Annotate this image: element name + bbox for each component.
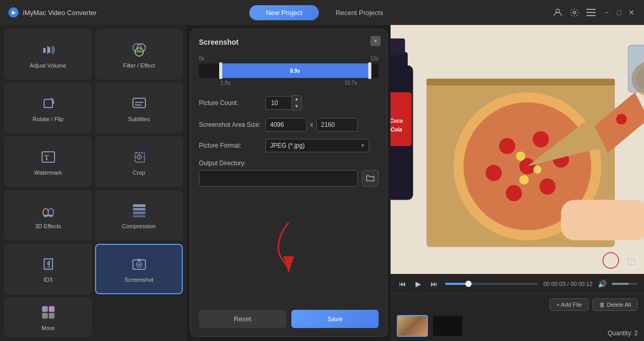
svg-point-47 [499, 138, 515, 154]
add-file-button[interactable]: + Add File [549, 298, 588, 311]
spinner-down-button[interactable]: ▼ [292, 103, 301, 110]
skip-forward-button[interactable]: ⏭ [428, 279, 440, 289]
size-height-input[interactable] [316, 118, 358, 132]
timeline-labels: 0s 12s [199, 56, 379, 61]
titlebar: ▶ iMyMac Video Converter New Project Rec… [0, 0, 644, 25]
picture-count-label: Picture Count: [199, 99, 261, 107]
size-separator: x [310, 121, 313, 128]
timeline-track[interactable]: 8.9s [199, 63, 379, 78]
settings-icon[interactable] [569, 7, 580, 18]
timeline-handle-right[interactable] [368, 62, 371, 79]
crop-icon [130, 148, 149, 166]
svg-rect-3 [586, 12, 596, 13]
thumb-black-image [433, 316, 462, 336]
tool-label-screenshot: Screenshot [125, 277, 154, 283]
screenshot-camera-button[interactable] [602, 252, 619, 269]
size-width-input[interactable] [265, 118, 307, 132]
fm-thumbnails [397, 315, 463, 337]
svg-rect-65 [628, 258, 635, 265]
timeline-end-label: 12s [370, 56, 379, 61]
svg-point-26 [47, 263, 49, 265]
menu-icon[interactable] [586, 7, 596, 18]
tool-compression[interactable]: Compression [95, 190, 183, 241]
svg-point-51 [506, 185, 522, 201]
tab-new-project[interactable]: New Project [249, 5, 319, 20]
app-title: iMyMac Video Converter [23, 9, 97, 17]
svg-point-54 [516, 151, 525, 161]
video-frame: Coca Cola [391, 25, 644, 274]
picture-count-input[interactable] [265, 96, 291, 110]
close-button[interactable]: ✕ [627, 8, 636, 17]
id3-icon [39, 255, 58, 273]
titlebar-center: New Project Recent Projects [249, 5, 400, 20]
svg-rect-23 [133, 208, 145, 211]
svg-point-50 [540, 178, 556, 194]
delete-all-button[interactable]: 🗑 Delete All [593, 298, 638, 311]
tool-rotate-flip[interactable]: Rotate / Flip [4, 83, 92, 133]
timeline-start-label: 0s [199, 56, 205, 61]
quantity-label: Quantity: 2 [608, 330, 638, 337]
tool-label-rotate: Rotate / Flip [33, 116, 63, 122]
thumb-pizza-image [398, 316, 427, 336]
svg-rect-44 [426, 79, 614, 86]
svg-point-1 [573, 11, 576, 14]
svg-rect-30 [137, 259, 141, 261]
tool-id3[interactable]: ID3 [4, 244, 92, 294]
timeline-handle-left[interactable] [219, 62, 222, 79]
svg-rect-34 [49, 313, 55, 319]
thumbnail-2[interactable] [432, 315, 463, 337]
arrow-container [199, 194, 379, 303]
progress-bar[interactable] [445, 283, 538, 285]
svg-rect-39 [391, 38, 405, 55]
titlebar-right: − □ ✕ [553, 7, 636, 18]
tool-more[interactable]: More [4, 297, 92, 337]
minimize-button[interactable]: − [602, 8, 611, 17]
volume-icon[interactable]: 🔊 [598, 280, 607, 288]
video-controls: ⏮ ▶ ⏭ 00:00:03 / 00:00:12 🔊 [391, 274, 644, 294]
timeline-range[interactable]: 8.9s [221, 63, 370, 78]
main-content: Adjust Volume Filter / Effect Rot [0, 25, 644, 341]
browse-directory-button[interactable] [362, 170, 379, 187]
svg-rect-21 [44, 215, 52, 216]
tab-recent-projects[interactable]: Recent Projects [319, 5, 400, 20]
volume-bar[interactable] [612, 283, 638, 285]
screenshot-panel-title: Screenshot [199, 38, 379, 46]
svg-rect-5 [43, 48, 46, 53]
picture-format-select[interactable]: JPEG (*.jpg) PNG (*.png) BMP (*.bmp) [265, 139, 369, 152]
user-icon[interactable] [553, 7, 563, 18]
svg-text:Coca: Coca [391, 118, 403, 124]
maximize-button[interactable]: □ [615, 8, 623, 17]
play-pause-button[interactable]: ▶ [413, 279, 423, 289]
tool-watermark[interactable]: T Watermark [4, 136, 92, 187]
svg-point-29 [138, 264, 140, 266]
skip-back-button[interactable]: ⏮ [397, 279, 408, 289]
save-button[interactable]: Save [291, 310, 379, 328]
fullscreen-button[interactable] [624, 254, 639, 269]
red-arrow-indicator [273, 222, 304, 274]
output-dir-label: Output Directory: [199, 160, 379, 167]
output-dir-input[interactable] [199, 170, 358, 187]
tool-label-3d: 3D Effects [35, 223, 61, 229]
tool-filter-effect[interactable]: Filter / Effect [95, 29, 183, 80]
tool-crop[interactable]: Crop [95, 136, 183, 187]
svg-rect-32 [49, 306, 55, 312]
screenshot-icon [130, 255, 149, 273]
time-total: 00:00:12 [570, 281, 593, 287]
svg-rect-15 [135, 153, 144, 162]
picture-format-label: Picture Format: [199, 142, 261, 149]
video-preview: Coca Cola [391, 25, 644, 274]
tool-label-watermark: Watermark [34, 169, 62, 176]
tool-screenshot[interactable]: Screenshot [95, 244, 183, 294]
reset-button[interactable]: Reset [199, 310, 286, 328]
svg-point-57 [616, 114, 627, 125]
spinner-buttons: ▲ ▼ [291, 95, 302, 111]
svg-rect-62 [628, 45, 644, 93]
tool-3d-effects[interactable]: 3D Effects [4, 190, 92, 241]
tool-adjust-volume[interactable]: Adjust Volume [4, 29, 92, 80]
tool-subtitles[interactable]: Subtitles [95, 83, 183, 133]
close-screenshot-button[interactable]: × [370, 36, 381, 46]
tools-panel: Adjust Volume Filter / Effect Rot [0, 25, 187, 341]
spinner-up-button[interactable]: ▲ [292, 96, 301, 103]
progress-thumb [465, 281, 472, 287]
thumbnail-1[interactable] [397, 315, 428, 337]
